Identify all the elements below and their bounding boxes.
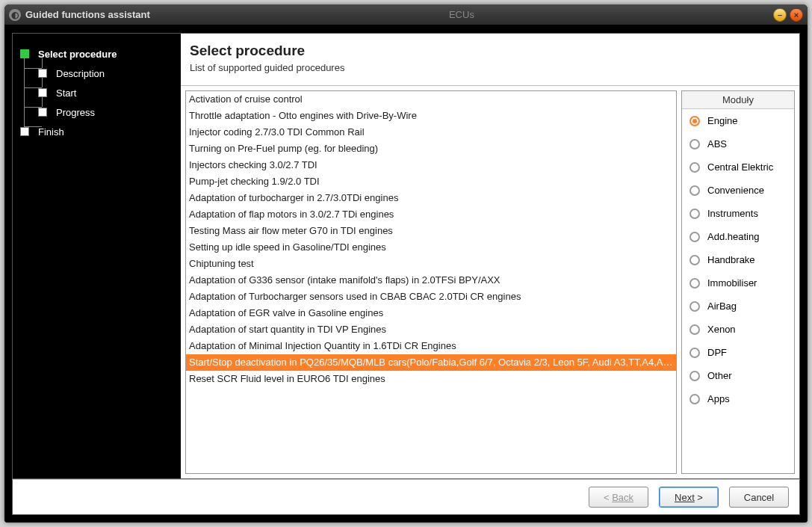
cancel-button[interactable]: Cancel	[729, 487, 789, 508]
module-label: Add.heating	[707, 231, 759, 242]
module-label: AirBag	[707, 301, 737, 312]
radio-icon	[689, 116, 700, 126]
window-body: Select procedure Description Start	[4, 25, 808, 523]
procedure-item[interactable]: Adaptation of Minimal Injection Quantity…	[186, 338, 676, 354]
procedure-item[interactable]: Reset SCR Fluid level in EURO6 TDI engin…	[186, 371, 676, 387]
procedure-item[interactable]: Pump-jet checking 1.9/2.0 TDI	[186, 173, 676, 190]
module-item[interactable]: Immobiliser	[682, 271, 794, 295]
procedure-item[interactable]: Adaptation of EGR valve in Gasoline engi…	[186, 305, 676, 321]
procedure-item[interactable]: Adaptation of flap motors in 3.0/2.7 TDi…	[186, 206, 676, 223]
module-label: Xenon	[707, 324, 736, 335]
step-marker-icon	[20, 49, 29, 58]
page-title: Select procedure	[190, 43, 790, 59]
step-label: Description	[56, 68, 105, 79]
module-item[interactable]: Central Elektric	[682, 155, 794, 179]
step-marker-icon	[38, 69, 47, 78]
module-item[interactable]: AirBag	[682, 295, 794, 318]
procedure-item[interactable]: Activation of cruise control	[186, 91, 676, 108]
radio-icon	[689, 185, 700, 196]
module-label: Convenience	[707, 185, 764, 196]
step-label: Start	[56, 87, 76, 99]
radio-icon	[689, 255, 700, 265]
step-marker-icon	[20, 127, 29, 136]
radio-icon	[689, 324, 700, 335]
modules-panel: Moduły EngineABSCentral ElektricConvenie…	[681, 90, 795, 474]
radio-icon	[689, 139, 700, 150]
radio-icon	[689, 394, 700, 404]
procedure-item[interactable]: Injector coding 2.7/3.0 TDI Common Rail	[186, 124, 676, 141]
content-body: Activation of cruise controlThrottle ada…	[181, 85, 799, 478]
module-item[interactable]: DPF	[682, 341, 794, 364]
module-item[interactable]: Other	[682, 364, 794, 387]
close-button[interactable]: ×	[790, 8, 803, 22]
procedure-item[interactable]: Setting up idle speed in Gasoline/TDI en…	[186, 239, 676, 256]
step-progress[interactable]: Progress	[20, 102, 173, 122]
procedure-item[interactable]: Throttle adaptation - Otto engines with …	[186, 108, 676, 124]
next-button[interactable]: Next >	[659, 487, 719, 508]
step-start[interactable]: Start	[20, 83, 173, 102]
modules-header: Moduły	[682, 91, 794, 109]
step-description[interactable]: Description	[20, 64, 173, 83]
module-label: DPF	[707, 347, 727, 358]
module-item[interactable]: Convenience	[682, 179, 794, 202]
app-icon: ◐	[9, 9, 21, 21]
module-item[interactable]: Handbrake	[682, 248, 794, 271]
wizard-footer: < Back Next > Cancel	[12, 479, 800, 515]
procedure-item[interactable]: Adaptation of turbocharger in 2.7/3.0TDi…	[186, 190, 676, 206]
step-marker-icon	[38, 88, 47, 97]
procedure-list[interactable]: Activation of cruise controlThrottle ada…	[185, 90, 677, 474]
module-item[interactable]: ABS	[682, 132, 794, 155]
module-label: Other	[707, 370, 732, 381]
radio-icon	[689, 348, 700, 358]
minimize-button[interactable]: –	[773, 8, 787, 22]
radio-icon	[689, 209, 700, 219]
step-label: Select procedure	[38, 49, 117, 60]
step-select-procedure[interactable]: Select procedure	[20, 44, 173, 64]
step-label: Progress	[56, 107, 95, 118]
window-title: Guided functions assistant	[25, 9, 150, 20]
wizard-sidebar: Select procedure Description Start	[13, 34, 181, 478]
page-subtitle: List of supported guided procedures	[190, 62, 790, 73]
procedure-item[interactable]: Testing Mass air flow meter G70 in TDI e…	[186, 223, 676, 239]
procedure-item[interactable]: Adaptation of start quantity in TDI VP E…	[186, 321, 676, 338]
radio-icon	[689, 232, 700, 242]
wizard-steps: Select procedure Description Start	[20, 44, 173, 141]
module-item[interactable]: Xenon	[682, 318, 794, 341]
procedure-item[interactable]: Adaptation of G336 sensor (intake manifo…	[186, 272, 676, 289]
content-header: Select procedure List of supported guide…	[181, 34, 799, 85]
radio-icon	[689, 278, 700, 289]
module-item[interactable]: Apps	[682, 387, 794, 410]
window-center-text: ECUs	[150, 9, 773, 20]
module-label: Immobiliser	[707, 277, 757, 289]
module-label: Apps	[707, 393, 730, 404]
back-button[interactable]: < Back	[589, 487, 648, 508]
module-item[interactable]: Engine	[682, 109, 794, 132]
procedure-item[interactable]: Start/Stop deactivation in PQ26/35/MQB/M…	[186, 354, 676, 371]
content-pane: Select procedure List of supported guide…	[181, 34, 799, 478]
radio-icon	[689, 162, 700, 173]
main-area: Select procedure Description Start	[12, 33, 800, 479]
procedure-item[interactable]: Chiptuning test	[186, 256, 676, 272]
module-label: Instruments	[707, 208, 758, 219]
titlebar: ◐ Guided functions assistant ECUs – ×	[4, 4, 808, 25]
window-controls: – ×	[773, 8, 803, 22]
module-item[interactable]: Add.heating	[682, 225, 794, 248]
step-label: Finish	[38, 126, 64, 138]
procedure-item[interactable]: Turning on Pre-Fuel pump (eg. for bleedi…	[186, 141, 676, 157]
module-label: Central Elektric	[707, 161, 773, 173]
module-label: Handbrake	[707, 254, 755, 265]
module-item[interactable]: Instruments	[682, 202, 794, 225]
radio-icon	[689, 371, 700, 381]
procedure-item[interactable]: Adaptation of Turbocharger sensors used …	[186, 289, 676, 305]
modules-list[interactable]: EngineABSCentral ElektricConvenienceInst…	[682, 109, 794, 473]
step-finish[interactable]: Finish	[20, 122, 173, 141]
procedure-item[interactable]: Injectors checking 3.0/2.7 TDI	[186, 157, 676, 173]
window: ◐ Guided functions assistant ECUs – × Se…	[4, 4, 808, 523]
module-label: ABS	[707, 138, 727, 150]
step-marker-icon	[38, 108, 47, 117]
radio-icon	[689, 301, 700, 312]
module-label: Engine	[707, 115, 737, 126]
